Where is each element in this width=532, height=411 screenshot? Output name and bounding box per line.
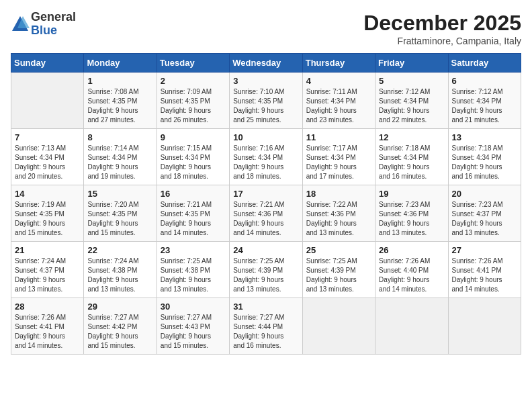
day-number: 29 — [87, 302, 152, 312]
calendar-cell: 26Sunrise: 7:26 AM Sunset: 4:40 PM Dayli… — [375, 242, 448, 298]
day-info: Sunrise: 7:26 AM Sunset: 4:41 PM Dayligh… — [15, 313, 80, 351]
calendar-cell: 4Sunrise: 7:11 AM Sunset: 4:34 PM Daylig… — [302, 73, 375, 129]
calendar-cell: 12Sunrise: 7:18 AM Sunset: 4:34 PM Dayli… — [375, 129, 448, 185]
day-number: 2 — [161, 76, 226, 86]
day-number: 31 — [233, 302, 298, 312]
day-info: Sunrise: 7:18 AM Sunset: 4:34 PM Dayligh… — [452, 144, 517, 181]
page-header: General Blue December 2025 Frattaminore,… — [11, 11, 521, 46]
day-number: 4 — [306, 76, 371, 86]
day-number: 30 — [161, 302, 226, 312]
day-number: 15 — [87, 189, 152, 199]
day-info: Sunrise: 7:18 AM Sunset: 4:34 PM Dayligh… — [379, 144, 444, 181]
calendar-week-1: 1Sunrise: 7:08 AM Sunset: 4:35 PM Daylig… — [11, 73, 521, 129]
day-info: Sunrise: 7:22 AM Sunset: 4:36 PM Dayligh… — [306, 200, 371, 238]
day-number: 1 — [87, 76, 152, 86]
logo-general: General — [31, 11, 76, 24]
header-friday: Friday — [375, 54, 448, 73]
logo: General Blue — [11, 11, 76, 38]
calendar-cell: 3Sunrise: 7:10 AM Sunset: 4:35 PM Daylig… — [230, 73, 302, 129]
day-info: Sunrise: 7:13 AM Sunset: 4:34 PM Dayligh… — [15, 144, 80, 181]
day-info: Sunrise: 7:26 AM Sunset: 4:40 PM Dayligh… — [379, 257, 444, 294]
day-number: 17 — [233, 189, 298, 199]
calendar-cell: 2Sunrise: 7:09 AM Sunset: 4:35 PM Daylig… — [157, 73, 229, 129]
calendar-cell: 1Sunrise: 7:08 AM Sunset: 4:35 PM Daylig… — [84, 73, 157, 129]
calendar-cell: 8Sunrise: 7:14 AM Sunset: 4:34 PM Daylig… — [84, 129, 157, 185]
day-info: Sunrise: 7:20 AM Sunset: 4:35 PM Dayligh… — [87, 200, 152, 238]
day-number: 23 — [161, 245, 226, 255]
day-info: Sunrise: 7:26 AM Sunset: 4:41 PM Dayligh… — [452, 257, 517, 294]
day-number: 26 — [379, 245, 444, 255]
day-info: Sunrise: 7:24 AM Sunset: 4:37 PM Dayligh… — [15, 257, 80, 294]
calendar-cell: 13Sunrise: 7:18 AM Sunset: 4:34 PM Dayli… — [448, 129, 521, 185]
calendar-cell: 7Sunrise: 7:13 AM Sunset: 4:34 PM Daylig… — [11, 129, 84, 185]
logo-blue: Blue — [31, 24, 76, 38]
calendar-cell — [302, 298, 375, 355]
day-number: 8 — [87, 132, 152, 142]
day-info: Sunrise: 7:25 AM Sunset: 4:39 PM Dayligh… — [233, 257, 298, 294]
day-info: Sunrise: 7:24 AM Sunset: 4:38 PM Dayligh… — [87, 257, 152, 294]
day-number: 11 — [306, 132, 371, 142]
calendar-cell — [448, 298, 521, 355]
calendar-header-row: SundayMondayTuesdayWednesdayThursdayFrid… — [11, 54, 521, 73]
calendar-cell: 6Sunrise: 7:12 AM Sunset: 4:34 PM Daylig… — [448, 73, 521, 129]
day-info: Sunrise: 7:15 AM Sunset: 4:34 PM Dayligh… — [161, 144, 226, 181]
calendar-cell — [11, 73, 84, 129]
day-info: Sunrise: 7:21 AM Sunset: 4:35 PM Dayligh… — [161, 200, 226, 238]
day-info: Sunrise: 7:27 AM Sunset: 4:43 PM Dayligh… — [161, 313, 226, 351]
day-number: 10 — [233, 132, 298, 142]
month-title: December 2025 — [363, 11, 521, 36]
logo-icon — [11, 15, 30, 34]
calendar-week-3: 14Sunrise: 7:19 AM Sunset: 4:35 PM Dayli… — [11, 185, 521, 242]
day-number: 24 — [233, 245, 298, 255]
day-number: 13 — [452, 132, 517, 142]
day-info: Sunrise: 7:08 AM Sunset: 4:35 PM Dayligh… — [87, 87, 152, 125]
day-info: Sunrise: 7:25 AM Sunset: 4:39 PM Dayligh… — [306, 257, 371, 294]
day-info: Sunrise: 7:12 AM Sunset: 4:34 PM Dayligh… — [452, 87, 517, 125]
day-info: Sunrise: 7:11 AM Sunset: 4:34 PM Dayligh… — [306, 87, 371, 125]
day-info: Sunrise: 7:23 AM Sunset: 4:36 PM Dayligh… — [379, 200, 444, 238]
calendar-table: SundayMondayTuesdayWednesdayThursdayFrid… — [11, 53, 521, 355]
header-saturday: Saturday — [448, 54, 521, 73]
calendar-cell: 5Sunrise: 7:12 AM Sunset: 4:34 PM Daylig… — [375, 73, 448, 129]
location-subtitle: Frattaminore, Campania, Italy — [363, 36, 521, 46]
header-wednesday: Wednesday — [230, 54, 302, 73]
calendar-cell: 27Sunrise: 7:26 AM Sunset: 4:41 PM Dayli… — [448, 242, 521, 298]
calendar-cell: 9Sunrise: 7:15 AM Sunset: 4:34 PM Daylig… — [157, 129, 229, 185]
calendar-cell — [375, 298, 448, 355]
day-info: Sunrise: 7:25 AM Sunset: 4:38 PM Dayligh… — [161, 257, 226, 294]
calendar-cell: 28Sunrise: 7:26 AM Sunset: 4:41 PM Dayli… — [11, 298, 84, 355]
header-monday: Monday — [84, 54, 157, 73]
day-number: 28 — [15, 302, 80, 312]
day-info: Sunrise: 7:27 AM Sunset: 4:44 PM Dayligh… — [233, 313, 298, 351]
day-number: 19 — [379, 189, 444, 199]
day-info: Sunrise: 7:21 AM Sunset: 4:36 PM Dayligh… — [233, 200, 298, 238]
day-number: 3 — [233, 76, 298, 86]
calendar-cell: 23Sunrise: 7:25 AM Sunset: 4:38 PM Dayli… — [157, 242, 229, 298]
calendar-week-2: 7Sunrise: 7:13 AM Sunset: 4:34 PM Daylig… — [11, 129, 521, 185]
day-number: 5 — [379, 76, 444, 86]
day-number: 7 — [15, 132, 80, 142]
day-info: Sunrise: 7:17 AM Sunset: 4:34 PM Dayligh… — [306, 144, 371, 181]
calendar-cell: 10Sunrise: 7:16 AM Sunset: 4:34 PM Dayli… — [230, 129, 302, 185]
day-info: Sunrise: 7:19 AM Sunset: 4:35 PM Dayligh… — [15, 200, 80, 238]
calendar-cell: 25Sunrise: 7:25 AM Sunset: 4:39 PM Dayli… — [302, 242, 375, 298]
day-number: 25 — [306, 245, 371, 255]
calendar-cell: 17Sunrise: 7:21 AM Sunset: 4:36 PM Dayli… — [230, 185, 302, 242]
day-info: Sunrise: 7:10 AM Sunset: 4:35 PM Dayligh… — [233, 87, 298, 125]
day-number: 6 — [452, 76, 517, 86]
calendar-cell: 22Sunrise: 7:24 AM Sunset: 4:38 PM Dayli… — [84, 242, 157, 298]
calendar-cell: 20Sunrise: 7:23 AM Sunset: 4:37 PM Dayli… — [448, 185, 521, 242]
calendar-cell: 21Sunrise: 7:24 AM Sunset: 4:37 PM Dayli… — [11, 242, 84, 298]
title-block: December 2025 Frattaminore, Campania, It… — [363, 11, 521, 46]
calendar-cell: 16Sunrise: 7:21 AM Sunset: 4:35 PM Dayli… — [157, 185, 229, 242]
day-number: 9 — [161, 132, 226, 142]
header-thursday: Thursday — [302, 54, 375, 73]
calendar-cell: 24Sunrise: 7:25 AM Sunset: 4:39 PM Dayli… — [230, 242, 302, 298]
day-number: 18 — [306, 189, 371, 199]
day-number: 27 — [452, 245, 517, 255]
day-info: Sunrise: 7:12 AM Sunset: 4:34 PM Dayligh… — [379, 87, 444, 125]
calendar-week-5: 28Sunrise: 7:26 AM Sunset: 4:41 PM Dayli… — [11, 298, 521, 355]
day-info: Sunrise: 7:23 AM Sunset: 4:37 PM Dayligh… — [452, 200, 517, 238]
day-number: 14 — [15, 189, 80, 199]
day-info: Sunrise: 7:09 AM Sunset: 4:35 PM Dayligh… — [161, 87, 226, 125]
